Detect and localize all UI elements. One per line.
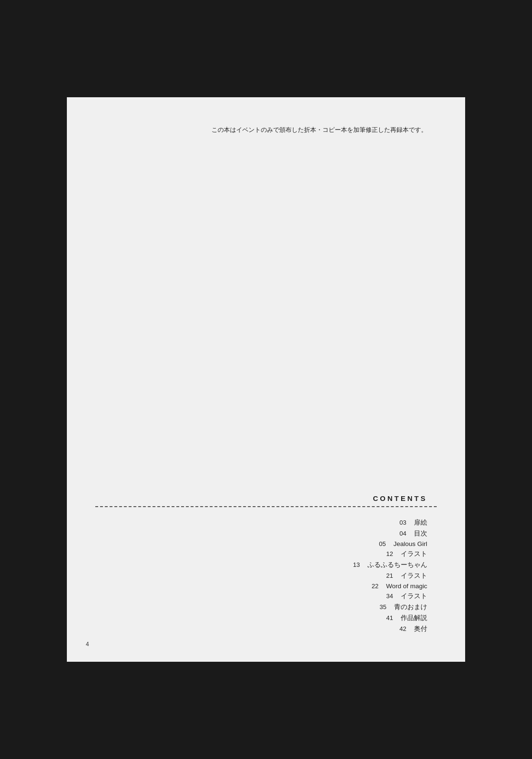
item-page-number: 21	[384, 572, 393, 579]
item-title: 扉絵	[414, 518, 427, 527]
item-title: 奥付	[414, 625, 427, 633]
list-item: 05Jealous Girl	[376, 540, 427, 547]
list-item: 04目次	[397, 529, 427, 538]
item-page-number: 34	[384, 592, 393, 600]
list-item: 12イラスト	[384, 550, 427, 558]
list-item: 21イラスト	[384, 572, 427, 580]
page-number: 4	[86, 641, 89, 648]
item-title: 作品解説	[401, 614, 427, 622]
contents-section: CONTENTS 03扉絵04目次05Jealous Girl12イラスト13ふ…	[95, 494, 437, 633]
item-page-number: 35	[377, 603, 386, 611]
item-title: イラスト	[401, 592, 427, 601]
item-title: 青のおまけ	[394, 603, 427, 611]
item-title: Jealous Girl	[394, 540, 427, 547]
list-item: 34イラスト	[384, 592, 427, 601]
item-page-number: 12	[384, 550, 393, 557]
list-item: 13ふるふるちーちゃん	[350, 561, 427, 569]
item-page-number: 22	[369, 583, 378, 590]
page: この本はイベントのみで頒布した折本・コピー本を加筆修正した再録本です。 CONT…	[67, 97, 465, 662]
item-page-number: 42	[397, 625, 406, 632]
item-title: ふるふるちーちゃん	[367, 561, 427, 569]
item-page-number: 04	[397, 530, 406, 537]
header-note: この本はイベントのみで頒布した折本・コピー本を加筆修正した再録本です。	[95, 126, 437, 134]
list-item: 03扉絵	[397, 518, 427, 527]
divider-line	[95, 506, 437, 507]
item-page-number: 41	[384, 614, 393, 621]
item-title: 目次	[414, 529, 427, 538]
item-page-number: 13	[350, 561, 360, 568]
item-title: イラスト	[401, 550, 427, 558]
contents-title: CONTENTS	[95, 494, 437, 502]
contents-list: 03扉絵04目次05Jealous Girl12イラスト13ふるふるちーちゃん2…	[95, 518, 437, 633]
list-item: 22Word of magic	[369, 583, 427, 590]
list-item: 41作品解説	[384, 614, 427, 622]
item-page-number: 05	[376, 540, 386, 547]
item-title: Word of magic	[386, 583, 427, 590]
item-title: イラスト	[401, 572, 427, 580]
item-page-number: 03	[397, 519, 406, 526]
list-item: 35青のおまけ	[377, 603, 427, 611]
list-item: 42奥付	[397, 625, 427, 633]
